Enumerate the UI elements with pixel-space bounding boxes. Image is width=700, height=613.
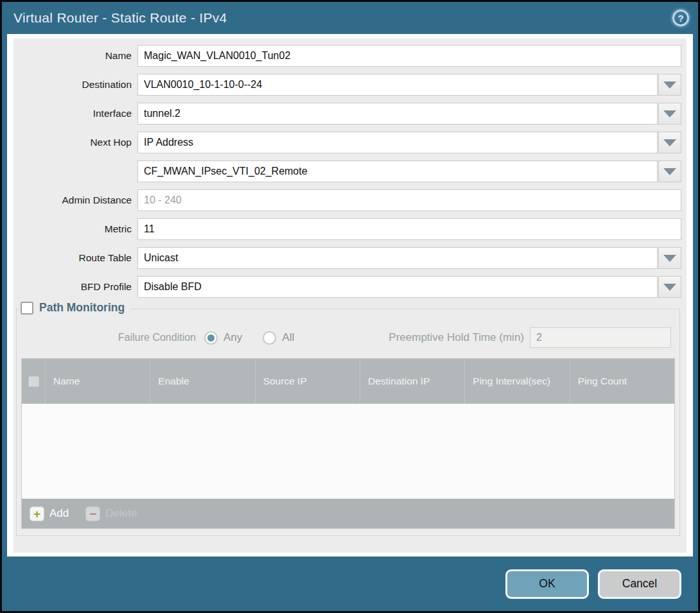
path-monitoring-section: Path Monitoring Failure Condition Any Al… bbox=[16, 309, 680, 536]
bfd-profile-row: BFD Profile bbox=[15, 276, 681, 298]
select-all-checkbox[interactable] bbox=[28, 376, 39, 387]
table-header-source-ip[interactable]: Source IP bbox=[255, 359, 360, 404]
route-table-label: Route Table bbox=[15, 252, 132, 264]
next-hop-address-dropdown-button[interactable] bbox=[658, 160, 681, 182]
metric-label: Metric bbox=[15, 223, 132, 235]
chevron-down-icon bbox=[663, 139, 676, 146]
preemptive-hold-time-input[interactable] bbox=[530, 327, 671, 348]
chevron-down-icon bbox=[663, 168, 676, 175]
next-hop-row: Next Hop bbox=[15, 132, 681, 153]
add-plus-icon: + bbox=[30, 506, 44, 521]
admin-distance-label: Admin Distance bbox=[15, 194, 132, 206]
next-hop-type-input[interactable] bbox=[137, 132, 658, 153]
table-header-destination-ip[interactable]: Destination IP bbox=[360, 359, 464, 404]
failure-condition-label: Failure Condition bbox=[21, 332, 196, 343]
next-hop-address-input[interactable] bbox=[137, 160, 658, 182]
radio-icon bbox=[263, 331, 276, 345]
route-table-input[interactable] bbox=[137, 247, 658, 269]
bfd-profile-dropdown-button[interactable] bbox=[658, 276, 681, 298]
table-header-name[interactable]: Name bbox=[45, 359, 150, 404]
preemptive-hold-time-label: Preemptive Hold Time (min) bbox=[389, 331, 524, 344]
table-header-row: Name Enable Source IP Destination IP Pin… bbox=[22, 359, 674, 404]
destination-label: Destination bbox=[15, 79, 132, 91]
admin-distance-row: Admin Distance bbox=[15, 189, 681, 211]
form-panel: Name Destination Interface bbox=[13, 39, 687, 553]
failure-condition-all-radio[interactable]: All bbox=[263, 331, 294, 345]
help-icon[interactable]: ? bbox=[672, 10, 689, 26]
next-hop-type-dropdown-button[interactable] bbox=[658, 132, 681, 153]
add-button[interactable]: + Add bbox=[30, 506, 85, 521]
admin-distance-input[interactable] bbox=[137, 189, 681, 211]
table-toolbar: + Add − Delete bbox=[22, 499, 674, 528]
dialog-body: Name Destination Interface bbox=[2, 34, 698, 557]
table-body-empty bbox=[22, 404, 674, 499]
table-header-ping-interval[interactable]: Ping Interval(sec) bbox=[464, 359, 569, 404]
chevron-down-icon bbox=[663, 110, 676, 117]
destination-row: Destination bbox=[15, 74, 681, 96]
radio-icon bbox=[204, 331, 218, 345]
table-header-checkbox-cell bbox=[22, 359, 45, 404]
route-table-row: Route Table bbox=[15, 247, 681, 269]
bfd-profile-label: BFD Profile bbox=[15, 281, 132, 293]
cancel-button[interactable]: Cancel bbox=[598, 569, 681, 599]
titlebar: Virtual Router - Static Route - IPv4 ? bbox=[2, 2, 698, 34]
path-monitoring-checkbox[interactable] bbox=[21, 302, 33, 315]
delete-button-label: Delete bbox=[105, 507, 137, 520]
path-monitoring-title: Path Monitoring bbox=[39, 301, 125, 315]
next-hop-label: Next Hop bbox=[15, 137, 132, 148]
failure-condition-any-label: Any bbox=[223, 331, 242, 344]
delete-button[interactable]: − Delete bbox=[85, 506, 137, 521]
dialog-title: Virtual Router - Static Route - IPv4 bbox=[13, 10, 227, 26]
interface-dropdown-button[interactable] bbox=[658, 103, 681, 125]
name-row: Name bbox=[15, 45, 681, 67]
path-monitoring-table: Name Enable Source IP Destination IP Pin… bbox=[21, 358, 675, 529]
destination-input[interactable] bbox=[137, 74, 658, 96]
interface-input[interactable] bbox=[137, 103, 658, 125]
interface-row: Interface bbox=[15, 103, 681, 125]
ok-button[interactable]: OK bbox=[505, 569, 589, 599]
path-monitoring-legend: Path Monitoring bbox=[19, 301, 130, 315]
chevron-down-icon bbox=[663, 284, 676, 291]
name-input[interactable] bbox=[137, 45, 681, 67]
failure-condition-any-radio[interactable]: Any bbox=[204, 331, 242, 345]
metric-row: Metric bbox=[15, 218, 681, 240]
interface-label: Interface bbox=[15, 108, 132, 119]
route-table-dropdown-button[interactable] bbox=[658, 247, 681, 269]
add-button-label: Add bbox=[49, 507, 69, 520]
static-route-dialog: Virtual Router - Static Route - IPv4 ? N… bbox=[0, 0, 700, 613]
chevron-down-icon bbox=[663, 82, 676, 89]
bfd-profile-input[interactable] bbox=[137, 276, 658, 298]
delete-minus-icon: − bbox=[85, 506, 100, 521]
dialog-footer: OK Cancel bbox=[2, 557, 698, 611]
table-header-enable[interactable]: Enable bbox=[150, 359, 254, 404]
next-hop-address-row bbox=[15, 160, 681, 182]
chevron-down-icon bbox=[663, 255, 676, 262]
destination-dropdown-button[interactable] bbox=[658, 74, 681, 96]
name-label: Name bbox=[15, 50, 132, 62]
failure-condition-row: Failure Condition Any All Preemptive Hol… bbox=[21, 327, 671, 348]
table-header-ping-count[interactable]: Ping Count bbox=[570, 359, 674, 404]
metric-input[interactable] bbox=[137, 218, 681, 240]
failure-condition-all-label: All bbox=[282, 331, 294, 344]
